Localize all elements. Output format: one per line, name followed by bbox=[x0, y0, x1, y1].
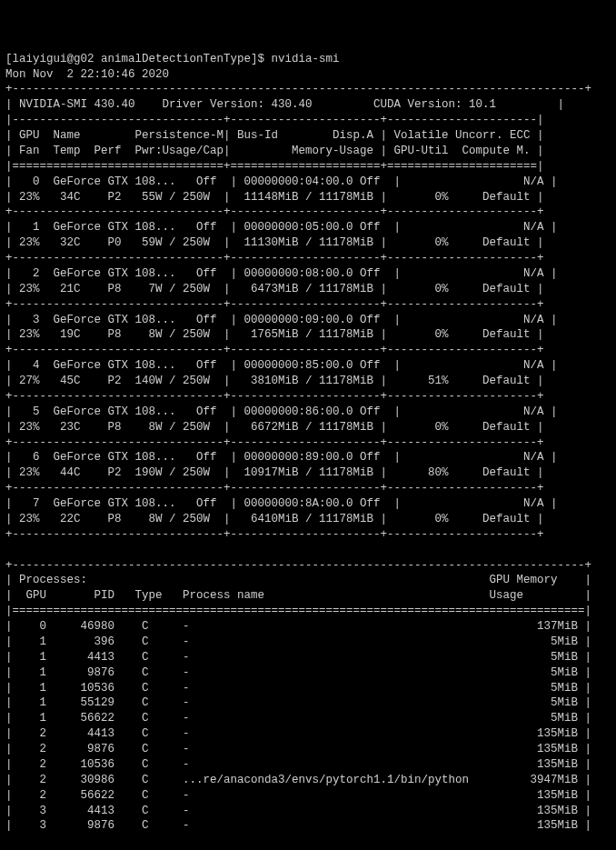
output-line: | 2 9876 C - 135MiB | bbox=[5, 742, 611, 757]
output-line: | Fan Temp Perf Pwr:Usage/Cap| Memory-Us… bbox=[5, 144, 611, 159]
output-line: | 1 10536 C - 5MiB | bbox=[5, 681, 611, 696]
output-line: | 1 9876 C - 5MiB | bbox=[5, 665, 611, 681]
output-line: | 2 10536 C - 135MiB | bbox=[5, 757, 611, 773]
output-line: +-------------------------------+-------… bbox=[5, 435, 611, 451]
output-line: | 1 GeForce GTX 108... Off | 00000000:05… bbox=[5, 220, 611, 235]
output-line: +-------------------------------+-------… bbox=[5, 389, 611, 405]
output-line: | 2 30986 C ...re/anaconda3/envs/pytorch… bbox=[5, 773, 611, 788]
output-line: | 23% 44C P2 190W / 250W | 10917MiB / 11… bbox=[5, 465, 611, 481]
output-line: | Processes: GPU Memory | bbox=[5, 573, 611, 588]
output-line: | 2 GeForce GTX 108... Off | 00000000:08… bbox=[5, 266, 611, 282]
output-line: | 5 GeForce GTX 108... Off | 00000000:86… bbox=[5, 405, 611, 420]
output-line: | 3 9876 C - 135MiB | bbox=[5, 818, 611, 834]
output-line: | 23% 21C P8 7W / 250W | 6473MiB / 11178… bbox=[5, 282, 611, 297]
output-line: | 6 GeForce GTX 108... Off | 00000000:89… bbox=[5, 450, 611, 465]
output-line: | 23% 34C P2 55W / 250W | 11148MiB / 111… bbox=[5, 190, 611, 205]
output-line: | 0 GeForce GTX 108... Off | 00000000:04… bbox=[5, 175, 611, 190]
output-line: | GPU Name Persistence-M| Bus-Id Disp.A … bbox=[5, 128, 611, 144]
output-line: | 2 4413 C - 135MiB | bbox=[5, 726, 611, 742]
output-line: +-------------------------------+-------… bbox=[5, 297, 611, 313]
output-line: | GPU PID Type Process name Usage | bbox=[5, 588, 611, 604]
output-line: | 1 55129 C - 5MiB | bbox=[5, 695, 611, 711]
output-line: | 23% 32C P0 59W / 250W | 11130MiB / 111… bbox=[5, 235, 611, 251]
output-line: | 23% 22C P8 8W / 250W | 6410MiB / 11178… bbox=[5, 512, 611, 527]
output-line: +-------------------------------+-------… bbox=[5, 251, 611, 266]
output-line: +-------------------------------+-------… bbox=[5, 527, 611, 543]
output-line: +---------------------------------------… bbox=[5, 82, 611, 97]
output-line: +-------------------------------+-------… bbox=[5, 481, 611, 496]
output-line: | 2 56622 C - 135MiB | bbox=[5, 788, 611, 804]
output-line: |=======================================… bbox=[5, 604, 611, 619]
output-line: |===============================+=======… bbox=[5, 159, 611, 175]
output-line: | 7 GeForce GTX 108... Off | 00000000:8A… bbox=[5, 496, 611, 512]
output-line: +-------------------------------+-------… bbox=[5, 343, 611, 358]
output-line: | 1 396 C - 5MiB | bbox=[5, 635, 611, 650]
output-line: | 3 GeForce GTX 108... Off | 00000000:09… bbox=[5, 313, 611, 328]
output-line: | NVIDIA-SMI 430.40 Driver Version: 430.… bbox=[5, 97, 611, 113]
output-line: +-------------------------------+-------… bbox=[5, 205, 611, 220]
output-line: | 1 4413 C - 5MiB | bbox=[5, 650, 611, 665]
output-line: | 1 56622 C - 5MiB | bbox=[5, 711, 611, 726]
output-line: Mon Nov 2 22:10:46 2020 bbox=[5, 67, 611, 83]
output-line: | 3 4413 C - 135MiB | bbox=[5, 804, 611, 819]
output-line: |-------------------------------+-------… bbox=[5, 113, 611, 128]
output-line: | 23% 23C P8 8W / 250W | 6672MiB / 11178… bbox=[5, 420, 611, 435]
terminal-output: [laiyigui@g02 animalDetectionTenType]$ n… bbox=[5, 52, 611, 835]
shell-prompt: [laiyigui@g02 animalDetectionTenType]$ bbox=[5, 53, 272, 65]
output-line: | 4 GeForce GTX 108... Off | 00000000:85… bbox=[5, 358, 611, 374]
output-line: | 27% 45C P2 140W / 250W | 3810MiB / 111… bbox=[5, 374, 611, 389]
command-line: [laiyigui@g02 animalDetectionTenType]$ n… bbox=[5, 52, 611, 67]
output-line: | 23% 19C P8 8W / 250W | 1765MiB / 11178… bbox=[5, 327, 611, 343]
output-line: | 0 46980 C - 137MiB | bbox=[5, 619, 611, 635]
output-line bbox=[5, 543, 611, 558]
output-line: +---------------------------------------… bbox=[5, 558, 611, 574]
command: nvidia-smi bbox=[272, 53, 340, 65]
